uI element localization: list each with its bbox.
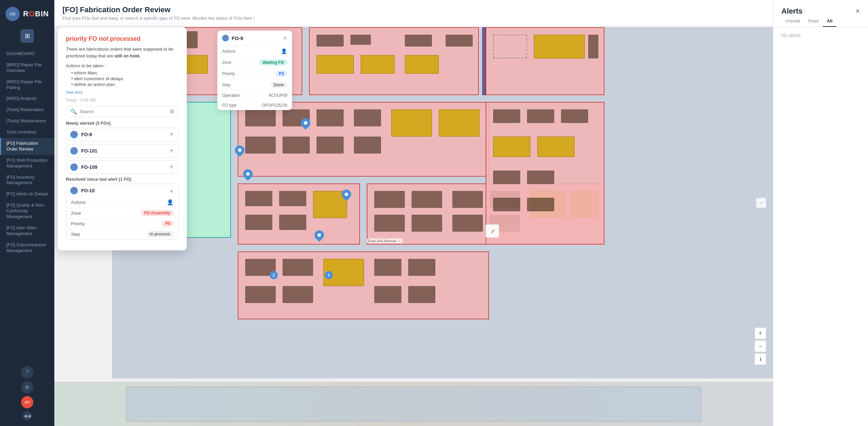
sidebar-item-tools-inventory[interactable]: Tools Inventory	[0, 127, 54, 138]
chevron-up-icon-fo10: ▲	[169, 188, 174, 194]
actions-icon[interactable]: 👤	[167, 199, 174, 206]
map-badge-3: 3	[325, 271, 333, 279]
fo-item-fo109[interactable]: 📍 FO-109 ▼	[66, 160, 179, 174]
fo9-step-label: Step	[222, 83, 231, 87]
street-label-east-2nd: East 2nd Avenue →	[367, 238, 402, 243]
machine-b2	[283, 259, 313, 276]
fo-label-fo10: FO-10	[81, 188, 95, 193]
sidebar-item-tools-maintenance[interactable]: [Tools] Maintenance	[0, 116, 54, 127]
sidebar-item-mro-repair-overview[interactable]: [MRO] Repair File Overview	[0, 59, 54, 76]
fo9-actions-label: Actions	[222, 49, 235, 54]
nav-right-arrow[interactable]: →	[756, 198, 766, 208]
fo9-fotype-row: FO type OPOP125226	[217, 101, 292, 110]
search-icon: 🔍	[70, 108, 77, 115]
fo-item-fo10-expanded: 📍 FO-10 ▲ Actions 👤 Zone FO Assembly Pri…	[66, 184, 179, 239]
sidebar-item-fo-inter-sites[interactable]: [FO] Inter-Sites Management	[0, 223, 54, 239]
sidebar-item-fo-inventory[interactable]: [FO] Inventory Management	[0, 172, 54, 189]
fo9-header-left: 📍 FO-9	[222, 35, 243, 41]
machine-19	[354, 137, 381, 154]
machine-7	[317, 35, 344, 47]
machine-16	[245, 137, 276, 154]
machine-25	[412, 191, 442, 208]
help-button[interactable]: ?	[21, 366, 33, 378]
machine-outline-1	[493, 35, 527, 58]
sidebar-item-fo-alerts[interactable]: [FO] Alerts on Delays	[0, 189, 54, 200]
sidebar-item-tools-reservation[interactable]: [Tools] Reservation	[0, 104, 54, 116]
sidebar-logo: AR ROBIN	[0, 0, 54, 28]
alerts-close-button[interactable]: ×	[855, 7, 860, 16]
fo10-actions-row: Actions 👤	[66, 197, 178, 208]
avatar: AR	[5, 7, 20, 21]
machine-b3	[245, 286, 276, 303]
collapse-sidebar-button[interactable]: ◀◀	[22, 411, 32, 421]
sidebar-item-fo-subcontractors[interactable]: [FO] Subcontractors' Management	[0, 239, 54, 256]
fo-pin-fo9: 📍	[70, 131, 78, 138]
fo9-close-button[interactable]: ✕	[283, 35, 287, 41]
settings-button[interactable]: ⚙	[21, 381, 33, 393]
machine-yellow-5	[361, 55, 395, 74]
zoom-out-button[interactable]: −	[755, 340, 766, 352]
filter-icon[interactable]: ⚙	[169, 108, 174, 115]
machine-r2	[527, 109, 554, 123]
tab-all[interactable]: All	[823, 16, 837, 27]
alert-bullet-3: • define an action plan	[66, 82, 179, 87]
machine-b4	[283, 286, 313, 303]
machine-8	[350, 35, 371, 45]
zone-pink-mid	[238, 102, 489, 177]
machine-b7	[374, 286, 401, 303]
fo9-priority-badge: P3	[275, 71, 287, 77]
newly-alerted-label: Newly alerted (3 FOs)	[66, 121, 179, 126]
alert-card-title: priority FO not processed	[66, 35, 179, 42]
fo-pin-fo10: 📍	[70, 187, 78, 194]
fo-item-fo101[interactable]: 📍 FO-101 ▼	[66, 144, 179, 158]
machine-20	[245, 191, 272, 206]
machine-9	[405, 35, 432, 47]
sidebar-item-mro-analysis[interactable]: [MRO] Analysis	[0, 93, 54, 104]
alert-actions-label: Actions to be taken :	[66, 63, 179, 68]
tab-unread[interactable]: Unread	[781, 16, 804, 27]
fo9-step-badge: Done	[270, 82, 287, 88]
fo9-fotype-value: OPOP125226	[262, 103, 287, 108]
machine-23	[279, 215, 306, 230]
app-logo: ROBIN	[23, 10, 49, 18]
alerts-panel: Alerts × Unread Read All No alerts.	[773, 0, 868, 426]
machine-26	[374, 215, 405, 232]
fo-item-fo9[interactable]: 📍 FO-9 ▼	[66, 128, 179, 141]
sidebar-item-dashboard[interactable]: DASHBOARD	[0, 48, 54, 59]
see-less-link[interactable]: See less	[66, 90, 83, 95]
fo10-priority-row: Priority P0	[66, 218, 178, 229]
machine-r5	[527, 171, 554, 184]
machine-28	[452, 191, 483, 208]
alert-search-bar: 🔍 ⚙	[66, 106, 179, 117]
map-info-button[interactable]: ℹ	[755, 353, 766, 365]
sidebar-item-mro-repair-pairing[interactable]: [MRO] Repair File Pairing	[0, 76, 54, 93]
fo9-actions-row: Actions 👤	[217, 46, 292, 57]
fo10-header[interactable]: 📍 FO-10 ▲	[66, 184, 178, 197]
fo9-pin-icon: 📍	[222, 35, 229, 41]
fo9-actions-icon[interactable]: 👤	[281, 48, 287, 54]
alerts-filter-tabs: Unread Read All	[773, 16, 868, 27]
fo-label-fo9: FO-9	[81, 132, 92, 137]
expand-map-button[interactable]: ⤢	[486, 224, 499, 238]
alerts-header: Alerts ×	[773, 0, 868, 16]
sidebar-item-fo-quality[interactable]: [FO] Quality & Non-Conformity Management	[0, 200, 54, 223]
machine-b5	[374, 259, 401, 276]
sidebar-icon-grid[interactable]: ⊞	[20, 29, 34, 43]
fo9-popup-header: 📍 FO-9 ✕	[217, 31, 292, 46]
fo-pin-fo101: 📍	[70, 147, 78, 155]
search-input[interactable]	[80, 109, 167, 114]
machine-r1	[493, 109, 520, 123]
page-subtitle: Find your FOs fast and easy, or search a…	[62, 16, 860, 21]
fo-label-fo109: FO-109	[81, 164, 97, 170]
factory-map[interactable]: East 2nd Avenue → ⤢ 2 3 + − ℹ ← →	[112, 27, 773, 378]
fo9-zone-row: Zone Waiting FO	[217, 57, 292, 68]
zoom-in-button[interactable]: +	[755, 327, 766, 339]
tab-read[interactable]: Read	[804, 16, 823, 27]
user-badge[interactable]: AR	[21, 396, 33, 408]
sidebar-item-fo-shift-production[interactable]: [FO] Shift Production Management	[0, 155, 54, 172]
machine-24	[374, 191, 405, 208]
fo-pin-fo109: 📍	[70, 163, 78, 171]
sidebar-item-fo-fabrication-review[interactable]: [FO] Fabrication Order Review	[0, 138, 54, 155]
machine-30	[452, 215, 483, 232]
fo9-fotype-label: FO type	[222, 103, 237, 108]
